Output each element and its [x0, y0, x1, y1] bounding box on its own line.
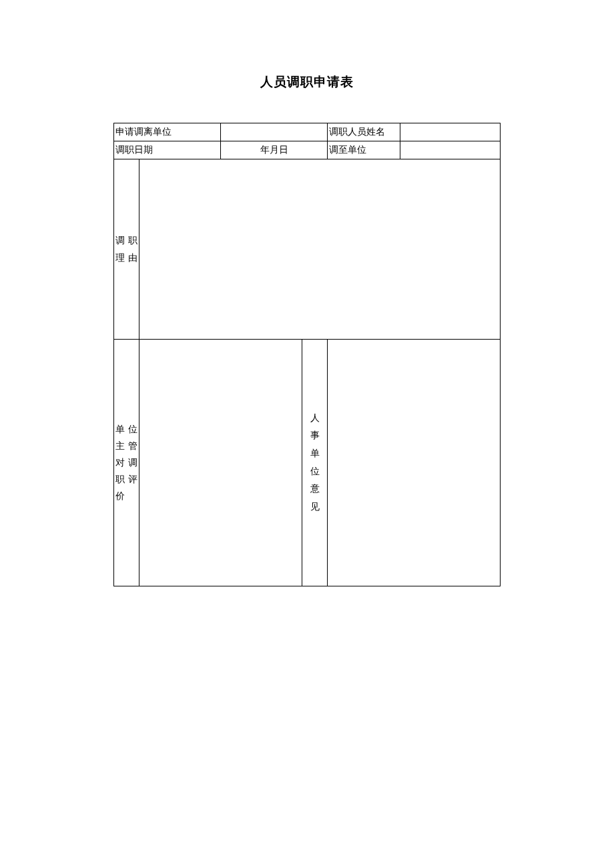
label-supervisor-opinion: 单位主管对调职评价	[114, 340, 139, 586]
row-reason: 调职理由	[114, 159, 501, 340]
label-reason: 调职理由	[114, 159, 139, 340]
value-person-name	[400, 123, 501, 141]
value-target-unit	[400, 141, 501, 159]
label-target-unit: 调至单位	[328, 141, 400, 159]
value-hr-opinion	[328, 340, 501, 586]
row-opinions: 单位主管对调职评价 人 事 单 位 意 见	[114, 340, 501, 586]
application-form-table: 申请调离单位 调职人员姓名 调职日期 年月日 调至单位 调职理由 单位主管对调职…	[113, 123, 501, 586]
row-transfer-date: 调职日期 年月日 调至单位	[114, 141, 501, 159]
label-depart-unit: 申请调离单位	[114, 123, 221, 141]
label-person-name: 调职人员姓名	[328, 123, 400, 141]
document-title: 人员调职申请表	[113, 73, 501, 91]
label-transfer-date: 调职日期	[114, 141, 221, 159]
value-supervisor-opinion	[139, 340, 302, 586]
value-transfer-date: 年月日	[221, 141, 328, 159]
value-reason	[139, 159, 501, 340]
label-hr-opinion: 人 事 单 位 意 见	[302, 340, 328, 586]
row-depart-unit: 申请调离单位 调职人员姓名	[114, 123, 501, 141]
value-depart-unit	[221, 123, 328, 141]
